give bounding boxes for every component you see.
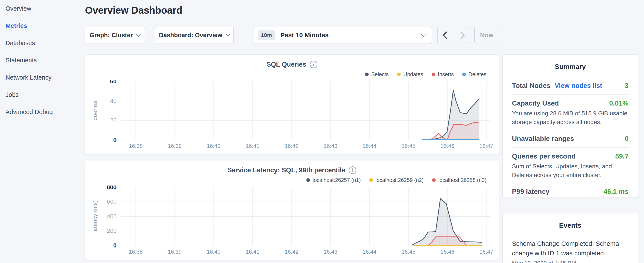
summary-row-capacity-used: Capacity Used 0.01% [512,98,628,109]
divider [512,147,628,148]
service-latency-chart[interactable]: 16:3816:3916:4016:4116:4216:4316:4416:45… [89,185,494,256]
info-icon[interactable]: i [349,166,356,174]
legend-item[interactable]: Updates [397,71,423,78]
legend-dot-icon [306,178,310,182]
time-range-badge: 10m [258,30,275,40]
svg-text:0: 0 [113,242,117,249]
summary-title: Summary [512,63,628,71]
svg-text:16:42: 16:42 [285,143,298,149]
chevron-down-icon [225,32,230,37]
svg-text:16:47: 16:47 [480,143,493,149]
svg-text:40: 40 [110,98,116,104]
chart-title-sql-queries: SQL Queries [266,61,306,68]
stat-label: Unavailable ranges [512,135,574,143]
chart-legend: localhost:26257 (n1)localhost:26259 (n2)… [85,176,499,184]
svg-text:16:46: 16:46 [440,248,454,255]
svg-text:16:44: 16:44 [362,248,376,255]
stat-value: 0 [625,135,628,143]
svg-text:60: 60 [110,80,116,85]
time-range-selector[interactable]: 10m Past 10 Minutes [254,27,432,43]
service-latency-panel: Service Latency: SQL, 99th percentile i … [84,160,499,260]
stat-label: P99 latency [512,188,550,195]
svg-text:800: 800 [107,185,117,190]
sidebar-item-advanced-debug[interactable]: Advanced Debug [6,108,84,116]
legend-item[interactable]: Inserts [432,71,454,78]
stat-label: Capacity Used [512,99,559,107]
summary-row-p99-latency: P99 latency 46.1 ms [512,186,628,197]
svg-text:20: 20 [110,117,116,124]
svg-text:16:38: 16:38 [129,143,143,149]
sidebar-item-databases[interactable]: Databases [6,39,84,47]
dashboard-dropdown-label: Dashboard: Overview [159,32,222,39]
svg-text:16:40: 16:40 [207,248,220,255]
graph-dropdown-label: Graph: Cluster [90,32,133,39]
summary-panel: Summary Total Nodes View nodes list 3 Ca… [502,54,638,197]
divider [512,183,628,183]
event-item-timestamp: May 13, 2020 at 4:45 PM [512,260,628,263]
svg-text:200: 200 [107,228,116,234]
legend-dot-icon [365,73,369,76]
svg-text:16:43: 16:43 [324,248,338,255]
stat-label: Queries per second [512,152,576,160]
events-panel: Events Schema Change Completed: Schema c… [502,213,638,263]
chart-legend: SelectsUpdatesInsertsDeletes [85,70,499,79]
time-step-forward-button[interactable] [454,27,470,43]
controls-divider [244,27,244,43]
svg-text:16:38: 16:38 [129,248,143,255]
legend-item[interactable]: Selects [365,71,389,78]
sidebar-item-jobs[interactable]: Jobs [6,91,84,99]
summary-row-unavailable-ranges: Unavailable ranges 0 [512,133,628,144]
legend-item[interactable]: Deletes [462,71,486,78]
page-title: Overview Dashboard [85,4,499,17]
svg-text:16:41: 16:41 [246,143,260,149]
sidebar: Overview Metrics Databases Statements Ne… [0,0,84,263]
legend-dot-icon [397,73,401,76]
stat-value: 0.01% [609,99,628,107]
stat-description: Sum of Selects, Updates, Inserts, and De… [512,162,628,180]
summary-row-queries-per-second: Queries per second 59.7 [512,151,628,162]
dashboard-dropdown[interactable]: Dashboard: Overview [155,27,234,43]
events-title: Events [512,221,628,229]
now-button[interactable]: Now [474,27,499,43]
summary-row-total-nodes: Total Nodes View nodes list 3 [512,80,628,91]
time-range-label: Past 10 Minutes [280,32,329,39]
sidebar-item-overview[interactable]: Overview [6,5,84,12]
main-content: Overview Dashboard Graph: Cluster Dashbo… [84,0,499,260]
stat-value: 46.1 ms [604,188,628,195]
info-icon[interactable]: i [310,61,318,68]
svg-text:queries: queries [92,101,98,120]
view-nodes-link[interactable]: View nodes list [555,82,602,90]
sidebar-item-metrics[interactable]: Metrics [6,22,84,30]
legend-dot-icon [432,178,436,182]
svg-text:16:46: 16:46 [440,143,454,149]
svg-text:16:43: 16:43 [324,143,338,149]
legend-item[interactable]: localhost:26258 (n3) [432,177,486,183]
time-step-button-group [437,27,470,43]
time-step-back-button[interactable] [438,27,454,43]
sidebar-item-statements[interactable]: Statements [6,56,84,64]
legend-dot-icon [432,73,435,76]
chevron-down-icon [421,32,426,37]
chart-title-row: SQL Queries i [85,60,499,69]
legend-dot-icon [462,73,466,76]
chart-title-service-latency: Service Latency: SQL, 99th percentile [228,166,346,174]
stat-label: Total Nodes [512,82,550,90]
chevron-down-icon [136,32,141,37]
sidebar-item-network-latency[interactable]: Network Latency [6,74,84,81]
event-item-text: Schema Change Completed: Schema change w… [512,239,628,258]
svg-text:16:47: 16:47 [480,248,493,255]
legend-item[interactable]: localhost:26259 (n2) [369,177,424,183]
stat-value: 3 [625,82,628,90]
svg-text:latency (ms): latency (ms) [92,200,98,233]
svg-text:16:44: 16:44 [362,143,376,149]
chevron-left-icon [443,31,450,39]
sql-queries-panel: SQL Queries i SelectsUpdatesInsertsDelet… [84,54,499,154]
svg-text:16:39: 16:39 [168,248,182,255]
graph-dropdown[interactable]: Graph: Cluster [84,27,145,43]
divider [512,94,628,95]
svg-text:16:42: 16:42 [285,248,298,255]
dashboard-controls: Graph: Cluster Dashboard: Overview 10m P… [84,27,499,43]
legend-item[interactable]: localhost:26257 (n1) [306,177,361,183]
svg-text:16:40: 16:40 [207,143,220,149]
sql-queries-chart[interactable]: 16:3816:3916:4016:4116:4216:4316:4416:45… [89,80,494,150]
